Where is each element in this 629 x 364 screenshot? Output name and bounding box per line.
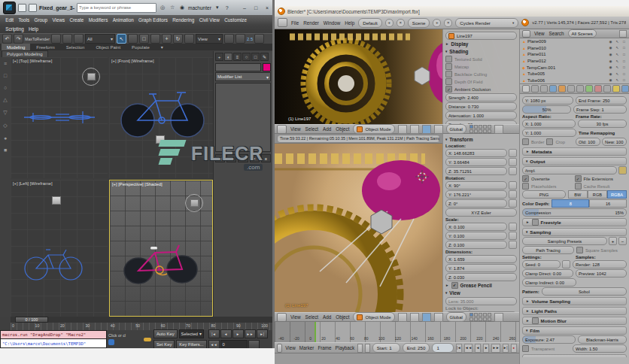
menu-create[interactable]: Create [67,17,86,23]
lock-icon[interactable] [509,181,517,190]
ambient-occlusion-toggle[interactable]: ✓ Ambient Occlusion [445,86,517,93]
pixel-filter-dropdown[interactable]: Blackman-Harris [578,335,627,344]
select-by-name-icon[interactable] [128,34,138,44]
backface-culling-toggle[interactable]: Backface Culling [445,71,517,77]
rail-diamond-icon[interactable]: ◇ [3,123,7,129]
folder-icon[interactable] [618,166,627,174]
key-mode-toggle-icon[interactable]: ◄◄ [208,340,220,348]
transparent-toggle[interactable]: Transparent [522,345,570,352]
lock-icon[interactable] [509,149,517,157]
active-item-field[interactable]: Line197 [445,32,517,40]
user-dropdown-icon[interactable]: ▾ [214,5,221,11]
file-extensions-toggle[interactable]: ✓File Extensions [575,175,627,182]
selectability-pointer-icon[interactable]: ↖ [615,78,620,82]
close-icon[interactable]: × [263,5,272,11]
visibility-eye-icon[interactable]: ◉ [608,46,613,50]
depth-of-field-toggle[interactable]: Depth Of Field [445,78,517,85]
menu-render[interactable]: Render [302,20,320,26]
section-sampling[interactable]: ▾Sampling [522,228,627,236]
panel-grease-pencil[interactable]: ► ✓ Grease Pencil [445,281,517,289]
lock-icon[interactable] [509,167,517,175]
max-app-button[interactable] [3,2,16,14]
unlink-selection-icon[interactable] [62,34,72,44]
placeholders-toggle[interactable]: Placeholders [522,183,575,190]
isolate-selection-icon[interactable] [108,339,114,345]
scene-explorer-icon[interactable]: ≡ [4,61,7,66]
go-to-start-icon[interactable]: |◄ [208,329,220,338]
modifiers-tab-icon[interactable] [576,85,584,93]
rotation-mode-dropdown[interactable]: XYZ Euler [445,208,517,217]
world-tab-icon[interactable] [549,85,557,93]
remap-new-field[interactable]: New: 100 [602,138,627,146]
mode-dropdown[interactable]: Object Mode [353,312,394,322]
snap-magnet-icon[interactable] [494,125,503,134]
rotate-icon[interactable]: ↻ [173,34,183,44]
ao-distance-field[interactable]: Distance: 0.730 [445,102,517,111]
sampling-presets-dropdown[interactable]: Sampling Presets [522,237,607,245]
ao-strength-field[interactable]: Strength: 2.400 [445,93,517,102]
time-slider-handle[interactable]: 0 / 100 [15,317,48,323]
previous-keyframe-icon[interactable]: ◄◄ [464,344,473,353]
use-pivot-center-icon[interactable] [224,34,234,44]
make-unique-icon[interactable]: ∨ [238,154,248,162]
viewport-perspective[interactable]: [+] [Perspective] [Shaded] [109,180,213,317]
previous-frame-icon[interactable]: ◄ [220,329,232,338]
resolution-y-field[interactable]: Y: 1080 px [522,96,573,105]
menu-view[interactable]: View [290,314,302,320]
viewport-front-label[interactable]: [+] [Front] [Wireframe] [111,59,154,63]
clamp-direct-field[interactable]: Clamp Direct: 0.00 [522,269,573,278]
keying-set-icon[interactable] [365,344,370,353]
jump-to-start-icon[interactable]: |◄ [456,344,462,353]
rotation-x-field[interactable]: X: 90° [445,181,507,190]
outliner-item[interactable]: ▲Plane011◉↖□ [520,51,629,58]
menu-window[interactable]: Window [323,20,341,26]
visibility-eye-icon[interactable]: ◉ [608,78,613,82]
search-icon[interactable]: ◎ [159,5,166,11]
minimize-icon[interactable]: – [240,5,249,11]
channels-rgb-button[interactable]: RGB [588,190,607,199]
preview-samples-field[interactable]: Preview: 1042 [576,269,627,278]
menu-object[interactable]: Object [335,314,350,320]
remove-layout-icon[interactable]: × [397,19,405,27]
file-format-dropdown[interactable]: PNG [522,190,566,199]
record-icon[interactable]: ● [511,344,517,353]
configure-modifier-sets-icon[interactable]: ≡ [261,154,271,162]
scene-cube-object[interactable] [52,196,61,205]
viewport-left-label[interactable]: [+] [Left] [Wireframe] [13,181,53,186]
use-preview-range-icon[interactable] [357,344,363,353]
key-filters-button[interactable]: Key Filters... [176,340,206,348]
outliner-item[interactable]: ▲Plane012◉↖□ [520,58,629,65]
scene-dropdown[interactable]: Scene [408,18,430,28]
rail-down-icon[interactable]: ▽ [3,110,7,116]
object-name-field[interactable] [215,63,261,71]
render-visibility-camera-icon[interactable]: □ [621,65,627,69]
dimension-y-field[interactable]: Y: 1.874 [445,264,517,272]
reference-coordinate-dropdown[interactable]: View ▾ [196,34,223,44]
selection-set-dropdown[interactable]: Selected ▾ [179,329,204,338]
manipulator-rotate-icon[interactable] [422,125,431,134]
rail-box-icon[interactable]: □ [4,73,7,78]
animate-seed-icon[interactable] [562,260,570,268]
integrator-dropdown[interactable]: Path Tracing [522,246,574,254]
outliner-scope-dropdown[interactable]: All Scenes [568,29,597,38]
viewport-top-label[interactable]: [+] [Top] [Wireframe] [13,59,52,63]
render-layers-tab-icon[interactable] [531,85,539,93]
utilities-tab-icon[interactable]: ✎ [260,53,269,61]
aspect-x-field[interactable]: X: 1.000 [522,120,576,128]
remove-modifier-icon[interactable]: × [250,154,260,162]
viewport-shading-icon[interactable] [398,313,407,322]
dimension-x-field[interactable]: X: 1.659 [445,255,517,263]
viewport-perspective-label[interactable]: [+] [Perspective] [Shaded] [112,182,163,187]
menu-customize[interactable]: Customize [222,17,249,23]
rotation-y-field[interactable]: Y: 176.221° [445,190,507,199]
window-crossing-icon[interactable] [150,34,160,44]
lock-icon[interactable] [509,158,517,166]
viewport-front[interactable]: [+] [Front] [Wireframe] [109,57,213,178]
render-visibility-camera-icon[interactable]: □ [621,59,627,63]
cache-result-toggle[interactable]: Cache Result [575,183,627,190]
rail-circle-icon[interactable]: ○ [4,85,7,90]
seed-field[interactable]: Seed: 0 [522,260,561,268]
layers-widget[interactable] [469,125,491,133]
render-visibility-camera-icon[interactable]: □ [621,78,627,82]
user-icon[interactable]: ◉ [178,5,186,11]
